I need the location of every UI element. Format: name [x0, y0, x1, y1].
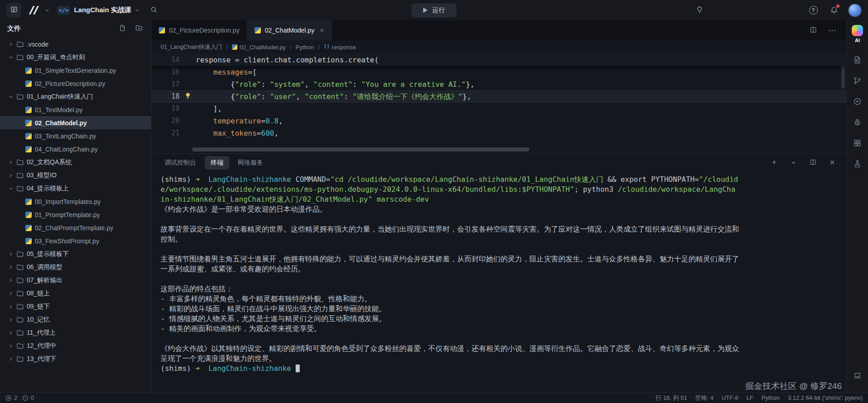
- tree-item-label: 02_文档QA系统: [27, 158, 72, 166]
- folder-icon: [17, 172, 24, 178]
- code-line-18[interactable]: 18 {"role": "user", "content": "请给我介绍一下《…: [151, 90, 846, 103]
- tree-folder-.vscode[interactable]: .vscode: [0, 38, 151, 51]
- statusbar-item[interactable]: 行 18, 列 51: [656, 394, 687, 402]
- tree-folder-11_代理上[interactable]: 11_代理上: [0, 326, 151, 339]
- source-control-button[interactable]: [848, 71, 868, 92]
- editor-tab-02_PictureDescription.py[interactable]: 02_PictureDescription.py: [151, 20, 247, 40]
- search-button[interactable]: [147, 4, 160, 17]
- terminal-cursor[interactable]: [296, 365, 300, 372]
- tree-file-02_ChatPromptTemplate.py[interactable]: 02_ChatPromptTemplate.py: [0, 221, 151, 234]
- tree-folder-05_提示模板下[interactable]: 05_提示模板下: [0, 247, 151, 261]
- code-line-20[interactable]: 20 temperature=0.8,: [151, 115, 846, 127]
- problems-indicator[interactable]: 2 0: [5, 394, 34, 401]
- tree-item-label: 04_提示模板上: [27, 185, 69, 193]
- close-tab-icon[interactable]: [319, 28, 325, 33]
- statusbar-item[interactable]: 3.12.2 64-bit ('shims': pyenv): [788, 394, 863, 401]
- breadcrumb-item[interactable]: Python: [296, 44, 314, 51]
- tree-folder-09_链下[interactable]: 09_链下: [0, 300, 151, 313]
- tree-file-03_TextLangChain.py[interactable]: 03_TextLangChain.py: [0, 129, 151, 142]
- line-number: 14: [151, 54, 179, 66]
- extensions-button[interactable]: [848, 133, 868, 154]
- panel-tab-网络服务[interactable]: 网络服务: [232, 156, 269, 170]
- tree-item-label: 13_代理下: [27, 355, 56, 363]
- error-count: 2: [14, 394, 17, 401]
- tree-item-label: 05_提示模板下: [27, 250, 69, 258]
- breadcrumb-item[interactable]: response: [324, 43, 356, 51]
- breadcrumb-item[interactable]: 01_LangChain快速入门: [160, 43, 222, 51]
- lightbulb-icon[interactable]: [184, 90, 191, 103]
- chevron-down-icon: [135, 8, 140, 13]
- tree-file-01_SimpleTextGeneration.py[interactable]: 01_SimpleTextGeneration.py: [0, 64, 151, 77]
- python-file-icon: [159, 27, 165, 33]
- menu-button[interactable]: [6, 3, 21, 18]
- terminal-line: [160, 274, 739, 284]
- code-line-19[interactable]: 19 ],: [151, 103, 846, 115]
- new-file-button[interactable]: [118, 24, 127, 33]
- tree-folder-10_记忆[interactable]: 10_记忆: [0, 313, 151, 326]
- code-editor[interactable]: 14response = client.chat.completions.cre…: [151, 54, 846, 153]
- tree-file-01_TextModel.py[interactable]: 01_TextModel.py: [0, 103, 151, 116]
- statusbar-item[interactable]: Python: [761, 394, 779, 401]
- breadcrumb-item[interactable]: 02_ChatModel.py: [232, 44, 286, 51]
- tree-folder-08_链上[interactable]: 08_链上: [0, 287, 151, 300]
- search-icon: [150, 6, 158, 15]
- split-panel-button[interactable]: [806, 156, 820, 170]
- add-terminal-icon: [771, 159, 778, 167]
- notifications-button[interactable]: [827, 4, 841, 17]
- tree-folder-00_开篇词_奇点时刻[interactable]: 00_开篇词_奇点时刻: [0, 51, 151, 64]
- tree-file-02_ChatModel.py[interactable]: 02_ChatModel.py: [0, 116, 151, 129]
- panel-tab-终端[interactable]: 终端: [205, 156, 229, 170]
- lightbulb-icon: [696, 6, 703, 15]
- tree-folder-06_调用模型[interactable]: 06_调用模型: [0, 261, 151, 274]
- split-editor-button[interactable]: [807, 24, 820, 37]
- code-line-14[interactable]: 14response = client.chat.completions.cre…: [151, 54, 846, 66]
- panel-tab-调试控制台[interactable]: 调试控制台: [159, 156, 202, 170]
- tree-file-03_FewShotPrompt.py[interactable]: 03_FewShotPrompt.py: [0, 234, 151, 247]
- terminal-output[interactable]: (shims) ➜ LangChain-shizhanke COMMAND="c…: [151, 172, 846, 392]
- python-file-icon: [25, 199, 32, 205]
- terminal-line: [160, 214, 739, 224]
- tree-file-04_ChatLongChain.py[interactable]: 04_ChatLongChain.py: [0, 142, 151, 156]
- add-terminal-button[interactable]: [767, 156, 781, 170]
- horizontal-scrollbar[interactable]: [192, 147, 529, 152]
- tree-folder-04_提示模板上[interactable]: 04_提示模板上: [0, 182, 151, 195]
- terminal-line: - 精美的画面和动画制作，为观众带来视觉享受。: [160, 324, 739, 334]
- new-folder-button[interactable]: [134, 24, 144, 33]
- tree-folder-02_文档QA系统[interactable]: 02_文档QA系统: [0, 156, 151, 169]
- ai-assistant-button[interactable]: AI: [852, 25, 863, 43]
- code-line-17[interactable]: 17 {"role": "system", "content": "You ar…: [151, 78, 846, 90]
- tree-folder-03_模型IO[interactable]: 03_模型IO: [0, 169, 151, 182]
- breadcrumb-label: Python: [296, 44, 314, 51]
- bug-report-button[interactable]: [848, 113, 868, 133]
- file-search-button[interactable]: [848, 50, 868, 71]
- statusbar-item[interactable]: 空格: 4: [695, 394, 713, 402]
- terminal-dropdown-button[interactable]: [787, 156, 800, 170]
- lightbulb-button[interactable]: [693, 4, 706, 17]
- help-button[interactable]: ?: [807, 4, 820, 17]
- tree-file-01_PromptTemplate.py[interactable]: 01_PromptTemplate.py: [0, 208, 151, 221]
- editor-tab-02_ChatModel.py[interactable]: 02_ChatModel.py: [247, 20, 333, 40]
- remote-button[interactable]: [848, 366, 868, 387]
- run-button[interactable]: 运行: [411, 3, 457, 17]
- statusbar-item[interactable]: UTF-8: [722, 394, 738, 401]
- test-button[interactable]: [848, 154, 868, 175]
- avatar[interactable]: [848, 4, 862, 17]
- tree-item-label: 02_ChatModel.py: [35, 119, 87, 127]
- more-actions-button[interactable]: ⋯: [826, 24, 839, 37]
- chevron-right-icon: [8, 291, 14, 296]
- chevron-down-icon[interactable]: [45, 8, 50, 13]
- statusbar-item[interactable]: LF: [746, 394, 753, 401]
- tree-folder-01_LangChain快速入门[interactable]: 01_LangChain快速入门: [0, 90, 151, 103]
- run-debug-button[interactable]: [848, 92, 868, 113]
- folder-icon: [17, 303, 24, 309]
- marscode-logo[interactable]: [28, 5, 40, 15]
- code-line-21[interactable]: 21 max_tokens=600,: [151, 127, 846, 139]
- tree-folder-12_代理中[interactable]: 12_代理中: [0, 339, 151, 352]
- tree-folder-13_代理下[interactable]: 13_代理下: [0, 352, 151, 365]
- code-line-16[interactable]: 16 messages=[: [151, 66, 846, 78]
- tree-folder-07_解析输出[interactable]: 07_解析输出: [0, 274, 151, 287]
- close-panel-button[interactable]: [826, 156, 839, 170]
- project-selector[interactable]: </> LangChain 实战课: [54, 4, 142, 17]
- tree-file-00_ImportTemplates.py[interactable]: 00_ImportTemplates.py: [0, 195, 151, 208]
- tree-file-02_PictureDescription.py[interactable]: 02_PictureDescription.py: [0, 77, 151, 90]
